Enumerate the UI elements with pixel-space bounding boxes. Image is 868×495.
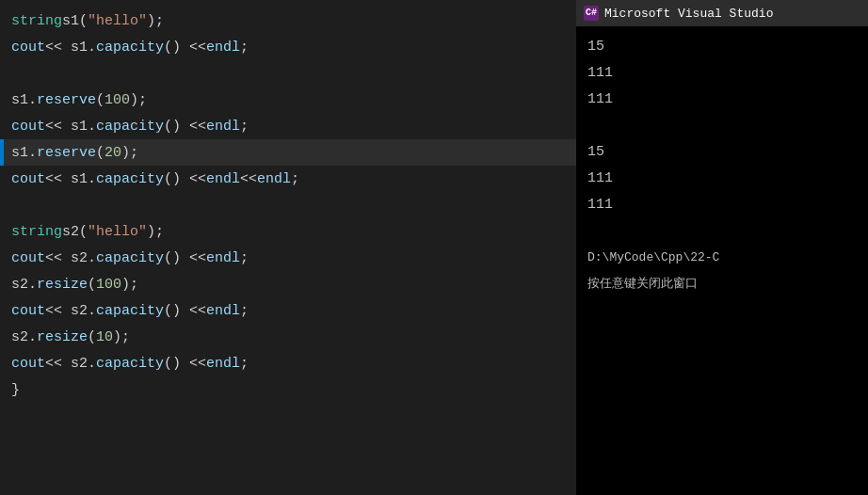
code-token-line11-0: s2. (11, 277, 37, 293)
vs-icon: C# (584, 6, 599, 21)
console-title: Microsoft Visual Studio (604, 7, 773, 21)
line-content-line2: cout << s1.capacity() << endl; (11, 40, 249, 56)
code-token-line12-1: << s2. (45, 303, 96, 319)
code-line-line6: s1.reserve(20); (0, 139, 576, 166)
code-token-line11-2: ( (88, 277, 96, 293)
code-line-line4: s1.reserve(100); (0, 87, 576, 113)
code-token-line10-1: << s2. (45, 250, 96, 266)
code-line-line13: s2.resize(10); (0, 324, 576, 350)
code-token-line7-2: capacity (96, 171, 164, 187)
code-token-line12-2: capacity (96, 303, 164, 319)
active-line-indicator (0, 139, 4, 166)
code-token-line6-2: ( (96, 145, 104, 161)
code-token-line5-0: cout (11, 119, 45, 135)
code-token-line14-0: cout (11, 356, 45, 372)
code-token-line9-3: ); (147, 224, 164, 240)
line-indicator (0, 297, 4, 324)
output-line-6: 111 (587, 192, 857, 218)
code-token-line4-2: ( (96, 92, 104, 108)
code-token-line4-4: ); (130, 92, 147, 108)
code-line-line7: cout << s1.capacity() << endl << endl; (0, 166, 576, 192)
code-token-line7-7: ; (291, 171, 299, 187)
code-line-line1: string s1("hello"); (0, 8, 576, 34)
code-line-line11: s2.resize(100); (0, 271, 576, 297)
code-line-line10: cout << s2.capacity() << endl; (0, 245, 576, 271)
code-token-line7-6: endl (257, 171, 291, 187)
code-token-line11-1: resize (37, 277, 88, 293)
line-indicator (0, 271, 4, 297)
console-header: C# Microsoft Visual Studio (576, 0, 868, 26)
code-token-line10-3: () << (164, 250, 206, 266)
code-token-line6-3: 20 (104, 145, 121, 161)
line-content-line7: cout << s1.capacity() << endl << endl; (11, 171, 299, 187)
output-line-3: 111 (587, 87, 857, 113)
empty-line-7 (0, 192, 576, 218)
code-token-line14-1: << s2. (45, 356, 96, 372)
code-line-line12: cout << s2.capacity() << endl; (0, 297, 576, 324)
code-line-line5: cout << s1.capacity() << endl; (0, 113, 576, 139)
code-token-line5-2: capacity (96, 119, 164, 135)
line-indicator (0, 245, 4, 271)
code-token-line10-0: cout (11, 250, 45, 266)
code-token-line5-3: () << (164, 119, 206, 135)
code-token-line7-1: << s1. (45, 171, 96, 187)
code-token-line9-0: string (11, 224, 62, 240)
line-indicator (0, 350, 4, 376)
code-token-line10-2: capacity (96, 250, 164, 266)
code-token-line5-1: << s1. (45, 119, 96, 135)
line-content-line9: string s2("hello"); (11, 224, 164, 240)
code-token-line12-3: () << (164, 303, 206, 319)
code-editor: string s1("hello");cout << s1.capacity()… (0, 0, 576, 495)
code-token-line2-5: ; (240, 40, 249, 56)
line-indicator (0, 34, 4, 60)
empty-line-2 (0, 60, 576, 87)
line-indicator (0, 324, 4, 350)
code-token-line7-0: cout (11, 171, 45, 187)
console-close-hint: 按任意键关闭此窗口 (587, 271, 857, 297)
code-token-line5-4: endl (206, 119, 240, 135)
code-token-line6-1: reserve (37, 145, 96, 161)
line-content-line15: } (11, 382, 20, 398)
line-indicator (0, 8, 4, 34)
code-token-line12-4: endl (206, 303, 240, 319)
line-content-line1: string s1("hello"); (11, 13, 164, 29)
output-line-1: 15 (587, 34, 857, 60)
line-indicator (0, 87, 4, 113)
code-token-line1-2: "hello" (88, 13, 147, 29)
output-line-5: 111 (587, 166, 857, 192)
code-token-line6-4: ); (121, 145, 138, 161)
code-line-line15: } (0, 376, 576, 403)
code-token-line7-5: << (240, 171, 257, 187)
console-panel: C# Microsoft Visual Studio 15 111 111 15… (576, 0, 868, 495)
code-token-line4-3: 100 (104, 92, 130, 108)
console-path: D:\MyCode\Cpp\22-C (587, 245, 857, 271)
console-content: 15 111 111 15 111 111 D:\MyCode\Cpp\22-C… (576, 26, 868, 495)
code-token-line12-0: cout (11, 303, 45, 319)
code-token-line13-0: s2. (11, 329, 37, 345)
code-token-line1-0: string (11, 13, 62, 29)
code-token-line4-1: reserve (37, 92, 96, 108)
code-line-line2: cout << s1.capacity() << endl; (0, 34, 576, 60)
code-token-line13-4: ); (113, 329, 130, 345)
line-content-line14: cout << s2.capacity() << endl; (11, 356, 249, 372)
code-token-line2-3: () << (164, 40, 206, 56)
line-content-line4: s1.reserve(100); (11, 92, 147, 108)
code-token-line2-0: cout (11, 40, 45, 56)
line-content-line13: s2.resize(10); (11, 329, 130, 345)
code-token-line11-3: 100 (96, 277, 121, 293)
code-line-line9: string s2("hello"); (0, 218, 576, 245)
line-indicator (0, 166, 4, 192)
code-token-line10-4: endl (206, 250, 240, 266)
code-line-line14: cout << s2.capacity() << endl; (0, 350, 576, 376)
code-token-line14-4: endl (206, 356, 240, 372)
code-token-line10-5: ; (240, 250, 249, 266)
code-token-line4-0: s1. (11, 92, 37, 108)
output-line-2: 111 (587, 60, 857, 87)
code-token-line14-5: ; (240, 356, 249, 372)
line-content-line6: s1.reserve(20); (11, 145, 138, 161)
output-line-4: 15 (587, 139, 857, 166)
code-token-line9-2: "hello" (88, 224, 147, 240)
code-token-line5-5: ; (240, 119, 249, 135)
code-token-line1-3: ); (147, 13, 164, 29)
code-token-line12-5: ; (240, 303, 249, 319)
